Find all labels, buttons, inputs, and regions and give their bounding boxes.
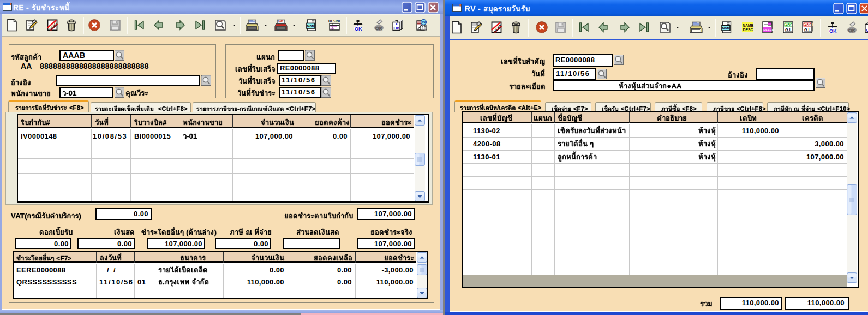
svg-text:OK: OK [829, 28, 837, 34]
svg-text:OK: OK [393, 26, 400, 31]
svg-text:OK: OK [355, 26, 362, 32]
svg-text:DESC: DESC [743, 28, 753, 32]
svg-text:G L: G L [804, 28, 811, 32]
svg-text:OK: OK [375, 26, 383, 31]
svg-text:Note: Note [307, 24, 315, 28]
svg-text:xx: xx [422, 20, 426, 24]
svg-text:VAT: VAT [279, 20, 283, 22]
svg-text:Note: Note [722, 26, 731, 30]
svg-text:OK: OK [848, 28, 856, 33]
svg-text:POST: POST [804, 22, 813, 26]
svg-text:G L: G L [785, 28, 792, 32]
svg-text:POST: POST [785, 22, 794, 26]
svg-text:NAME: NAME [743, 23, 753, 27]
svg-text:REFER: REFER [763, 28, 774, 32]
svg-text:OK: OK [866, 28, 868, 33]
svg-text:RE:JNL: RE:JNL [328, 19, 341, 23]
